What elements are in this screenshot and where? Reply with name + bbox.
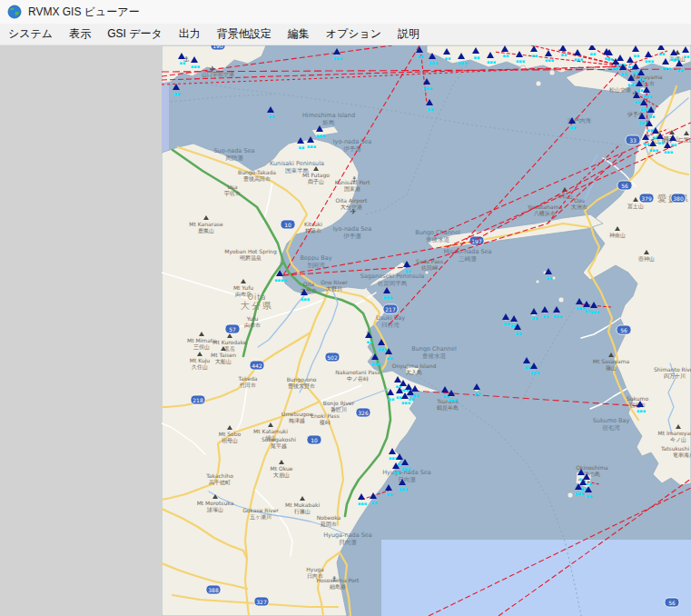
svg-text:379: 379 [641,195,652,202]
map-label: Mt Taisen [211,352,236,358]
marker-label: ▪▪▪ [423,85,432,91]
map-label: Gokase River [242,507,279,513]
marker-label: ▪▪▪ [574,56,583,62]
marker-label: ▪▪▪ [553,313,562,319]
marker-label: ▪▪ [543,313,549,319]
menu-background-settings[interactable]: 背景他設定 [209,24,280,45]
map-label: 出石山 [557,193,573,200]
svg-text:57: 57 [229,326,236,333]
map-label: 久住山 [192,363,208,370]
svg-text:10: 10 [311,437,318,443]
marker-label: ▪▪▪ [448,397,457,402]
map-label: 五ヶ瀬川 [250,513,271,520]
marker-label: ▪▪▪▪ [274,277,287,283]
svg-text:326: 326 [358,410,369,416]
marker-label: ▪▪ [684,54,690,59]
marker-label: ▪▪▪ [645,58,654,64]
svg-text:218: 218 [192,397,203,403]
marker-label: ▪▪ [503,53,509,58]
map-label: Tatsukushi Coast [660,445,691,452]
menu-help[interactable]: 説明 [390,24,428,45]
marker-label: ▪▪▪ [637,408,646,413]
marker-label: ▪▪ [367,339,373,344]
map-label: 佐賀関半島 [378,280,408,287]
map-label: 大分県 [241,301,273,311]
svg-text:327: 327 [256,599,267,605]
map-label: 臼杵湾 [381,322,400,329]
side-panel [0,45,162,616]
marker-label: ▪▪▪ [638,120,647,125]
marker-label: ▪▪ [635,99,641,104]
marker-label: ▪▪▪ [590,309,599,314]
map-label: 今ノ山 [670,436,686,442]
map-label: 傾山 [265,434,276,441]
menu-gsi-data[interactable]: GSI データ [99,24,171,45]
map-label: Yufu [246,315,259,322]
map-label: 榎峠 [320,419,331,425]
map-canvas[interactable]: Suo-nada Sea周防灘Iyo-nada Sea伊予灘Iyo-nada S… [162,45,691,616]
map-label: 高千穂町 [209,479,231,486]
marker-label: ▪▪▪ [371,361,380,366]
marker-label: ▪▪ [299,144,305,150]
map-label: 八幡浜市 [534,210,556,217]
marker-label: ▪▪ [269,114,275,119]
marker-label: ▪▪ [405,268,411,273]
map-label: 両子山 [308,178,324,185]
marker-label: ▪▪ [677,67,684,73]
map-label: 中ノ谷峠 [347,375,369,383]
map-label: Mt Sobo [219,431,242,437]
map-label: 壺神山 [638,255,655,262]
map-label: 宇佐市 [224,190,241,197]
anchor-icon: ⚓ [331,575,337,583]
marker-label: ▪▪▪ [575,491,584,496]
marker-label: ▪▪ [587,493,593,499]
marker-label: ▪▪▪ [576,305,585,311]
map-label: 大洲市 [571,204,587,210]
marker-label: ▪▪ [647,127,654,133]
map-label: 祖母山 [222,437,238,444]
svg-text:56: 56 [668,600,676,606]
svg-text:56: 56 [620,327,627,333]
map-label: 別府湾 [307,262,325,269]
marker-label: ▪▪▪ [358,501,367,506]
marker-label: ▪▪ [561,52,568,57]
map-label: Takachiho [205,472,233,479]
anchor-icon: ⚓ [350,175,357,184]
map-svg[interactable]: Suo-nada Sea周防灘Iyo-nada Sea伊予灘Iyo-nada S… [162,45,691,616]
marker-label: ▪▪▪ [401,466,410,472]
menu-options[interactable]: オプション [318,24,390,45]
svg-text:502: 502 [327,354,338,361]
map-label: 大船山 [215,358,232,365]
map-label: 豊後水道 [426,236,450,243]
menu-system[interactable]: システム [0,24,61,45]
marker-label: ▪▪▪ [516,58,525,64]
map-label: Takeda [238,375,258,382]
marker-label: ▪▪ [649,114,656,119]
map-label: 姫島 [322,119,335,126]
map-label: Shimanto River [654,366,691,373]
svg-text:442: 442 [252,363,262,369]
marker-label: ▪▪▪ [487,59,496,65]
map-label: Mt Katamuki [253,428,288,434]
marker-label: ▪▪▪ [643,94,652,99]
map-label: Usa [227,184,238,190]
menu-edit[interactable]: 編集 [280,24,318,45]
marker-label: ▪▪ [590,51,597,56]
airport-icon: ✈ [350,207,357,216]
map-label: 杵築市 [304,227,321,233]
map-label: 三崎灘 [459,255,477,263]
map-label: 梅津越 [288,417,305,424]
marker-label: ▪▪ [644,141,650,146]
map-label: 冨士山 [627,203,644,209]
map-label: Nobeoka [317,514,341,521]
menu-output[interactable]: 出力 [171,24,209,45]
map-label: 細島港 [329,583,346,591]
marker-label: ▪▪ [445,55,451,61]
map-label: Mt Kurodake [212,339,247,345]
marker-label: ▪▪ [474,55,480,60]
map-label: 由布市 [244,322,261,329]
marker-label: ▪▪ [547,275,553,281]
marker-label: ▪▪▪ [191,64,200,69]
map-label: 国東港 [344,185,360,193]
menu-view[interactable]: 表示 [61,24,99,45]
